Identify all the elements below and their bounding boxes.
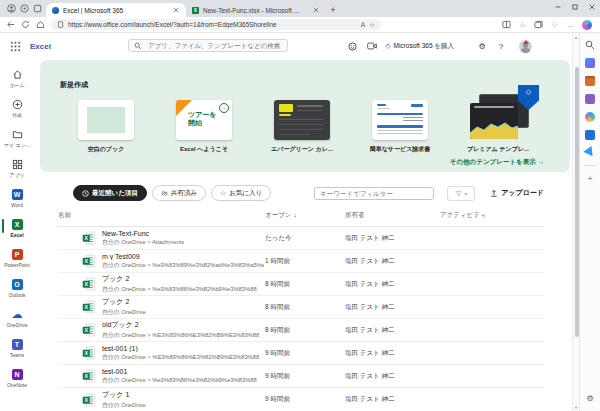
filter-tab-shared[interactable]: 共有済み bbox=[152, 185, 206, 201]
sidebar-outlook-icon[interactable] bbox=[585, 129, 596, 140]
sidebar-add-icon[interactable]: + bbox=[585, 173, 596, 184]
close-button[interactable] bbox=[583, 0, 600, 14]
sidebar-search-icon[interactable] bbox=[585, 39, 596, 50]
collections-icon[interactable] bbox=[534, 20, 543, 29]
scroll-down-icon[interactable]: ▼ bbox=[573, 405, 579, 410]
rail-item-powerpoint[interactable]: P PowerPoint bbox=[0, 243, 34, 273]
rail-item-outlook[interactable]: O Outlook bbox=[0, 273, 34, 303]
profile-icon[interactable] bbox=[7, 4, 16, 13]
m365-search-box[interactable] bbox=[128, 39, 288, 52]
rail-item-word[interactable]: W Word bbox=[0, 183, 34, 213]
tab-actions-icon[interactable] bbox=[33, 4, 42, 13]
rail-item-my-content[interactable]: マイ コン... bbox=[0, 123, 34, 153]
col-name[interactable]: 名前 bbox=[58, 211, 265, 220]
col-owner[interactable]: 所有者 bbox=[345, 211, 440, 220]
back-icon[interactable] bbox=[6, 20, 15, 29]
premium-front-card bbox=[470, 103, 518, 139]
minimize-button[interactable] bbox=[549, 0, 566, 14]
account-avatar[interactable] bbox=[519, 40, 532, 53]
calendar-line bbox=[279, 119, 323, 120]
sidebar-drop-icon[interactable] bbox=[585, 147, 596, 158]
file-row[interactable]: X test-001 (1)自分の OneDrive > %E3%83%86%E… bbox=[58, 342, 544, 365]
site-info-icon[interactable] bbox=[57, 21, 64, 28]
col-activity[interactable]: アクティビティ bbox=[440, 211, 544, 220]
read-aloud-icon[interactable]: A bbox=[361, 21, 365, 28]
file-owner: 塩田 テスト 紳二 bbox=[345, 303, 440, 312]
scrollbar-thumb[interactable] bbox=[575, 67, 579, 337]
edge-sidebar: + ⚙ bbox=[579, 33, 600, 411]
tab-close-icon[interactable] bbox=[172, 6, 180, 14]
tab-title: New-Text-Func.xlsx - Microsoft ... bbox=[203, 7, 308, 14]
home-rail-icon bbox=[11, 68, 23, 80]
template-evergreen-calendar[interactable]: エバーグリーン カレ... bbox=[274, 100, 330, 154]
feedback-smiley-icon[interactable] bbox=[348, 41, 358, 51]
sidebar-tools-icon[interactable] bbox=[585, 57, 596, 68]
maximize-button[interactable] bbox=[566, 0, 583, 14]
browser-tab-bar: Excel | Microsoft 365 X New-Text-Func.xl… bbox=[0, 0, 600, 17]
excel-file-icon: X bbox=[82, 369, 96, 383]
file-row[interactable]: X New-Text-Func自分の OneDrive > Attachment… bbox=[58, 227, 544, 250]
rail-item-onedrive[interactable]: ☁ OneDrive bbox=[0, 303, 34, 333]
keyword-filter-input[interactable] bbox=[314, 187, 434, 200]
file-row[interactable]: X test-001自分の OneDrive > %e3%83%86%e3%82… bbox=[58, 365, 544, 388]
sidebar-designer-icon[interactable] bbox=[585, 111, 596, 122]
url-field[interactable]: https://www.office.com/launch/Excel/?aut… bbox=[51, 19, 381, 30]
new-tab-button[interactable]: + bbox=[326, 3, 340, 17]
blank-sheet-preview bbox=[87, 107, 125, 133]
file-path: 自分の OneDrive > %e3%83%89%e3%82%ad%e3%83%… bbox=[102, 261, 264, 270]
col-opened[interactable]: オープン↓ bbox=[265, 211, 345, 220]
tab-workbook[interactable]: X New-Text-Func.xlsx - Microsoft ... bbox=[186, 3, 326, 17]
home-icon[interactable] bbox=[36, 20, 45, 29]
sidebar-settings-icon[interactable]: ⚙ bbox=[585, 393, 596, 404]
file-row[interactable]: X ブック 2自分の OneDrive 8 時間前 塩田 テスト 紳二 bbox=[58, 296, 544, 319]
m365-search-input[interactable] bbox=[146, 41, 282, 50]
rail-item-excel[interactable]: X Excel bbox=[0, 213, 34, 243]
favorites-bar-icon[interactable]: ☆ bbox=[518, 20, 527, 29]
template-service-invoice[interactable]: 簡単なサービス請求書 bbox=[372, 100, 428, 154]
template-welcome-tour[interactable]: → ツアーを開始 Excel へようこそ bbox=[176, 100, 232, 154]
file-row[interactable]: X ブック 2自分の OneDrive > %e3%83%86%e3%82%b9… bbox=[58, 273, 544, 296]
tab-excel-home[interactable]: Excel | Microsoft 365 bbox=[46, 3, 186, 17]
premium-diamond-icon: ◇ bbox=[386, 42, 391, 50]
browser-profile-area bbox=[3, 0, 46, 17]
browser-toolbar: ☆ ♡ … bbox=[502, 20, 594, 30]
browser-essentials-icon[interactable]: ♡ bbox=[550, 20, 559, 29]
file-path: 自分の OneDrive bbox=[102, 308, 146, 317]
app-launcher-icon[interactable] bbox=[10, 41, 21, 52]
sidebar-m365-icon[interactable] bbox=[585, 93, 596, 104]
rail-item-home[interactable]: ホーム bbox=[0, 63, 34, 93]
file-row[interactable]: X oldブック 2自分の OneDrive > %E3%83%86%E3%82… bbox=[58, 319, 544, 342]
filter-tab-favorites[interactable]: ☆ お気に入り bbox=[211, 185, 271, 201]
filter-dropdown-button[interactable]: ▾ bbox=[447, 186, 475, 201]
rail-item-create[interactable]: 作成 bbox=[0, 93, 34, 123]
refresh-icon[interactable] bbox=[21, 20, 30, 29]
clock-icon bbox=[82, 190, 89, 197]
app-brand-title[interactable]: Excel bbox=[30, 42, 51, 51]
settings-gear-icon[interactable]: ⚙ bbox=[477, 41, 487, 51]
sidebar-shopping-icon[interactable] bbox=[585, 75, 596, 86]
tab-close-icon[interactable] bbox=[312, 6, 320, 14]
apps-grid-icon bbox=[11, 158, 23, 170]
meet-now-icon[interactable] bbox=[367, 41, 377, 51]
page-scrollbar[interactable]: ▲ ▼ bbox=[572, 33, 579, 411]
file-row[interactable]: X ブック 1自分の OneDrive 9 時間前 塩田 テスト 紳二 bbox=[58, 388, 544, 411]
workspaces-icon[interactable] bbox=[20, 4, 29, 13]
rail-item-apps[interactable]: アプリ bbox=[0, 153, 34, 183]
buy-m365-button[interactable]: ◇ Microsoft 365 を購入 bbox=[386, 42, 454, 51]
favorite-star-icon[interactable]: ☆ bbox=[369, 21, 375, 29]
file-row[interactable]: X m y Test009自分の OneDrive > %e3%83%89%e3… bbox=[58, 250, 544, 273]
split-screen-icon[interactable] bbox=[502, 20, 511, 29]
copilot-icon[interactable] bbox=[582, 20, 592, 30]
scroll-up-icon[interactable]: ▲ bbox=[573, 35, 579, 40]
file-list-section: 最近開いた項目 共有済み ☆ お気に入り bbox=[58, 185, 544, 411]
template-blank-workbook[interactable]: 空白のブック bbox=[78, 100, 134, 154]
filter-tab-recent[interactable]: 最近開いた項目 bbox=[73, 185, 147, 201]
rail-item-onenote[interactable]: N OneNote bbox=[0, 363, 34, 393]
more-templates-link[interactable]: その他のテンプレートを表示 → bbox=[450, 158, 544, 167]
more-menu-icon[interactable]: … bbox=[566, 20, 575, 29]
rail-item-teams[interactable]: T Teams bbox=[0, 333, 34, 363]
upload-button[interactable]: アップロード bbox=[490, 188, 544, 198]
template-premium[interactable]: ◇ プレミアム テンプレ... bbox=[470, 100, 526, 154]
help-icon[interactable]: ? bbox=[496, 41, 506, 51]
file-path: 自分の OneDrive bbox=[102, 401, 146, 410]
